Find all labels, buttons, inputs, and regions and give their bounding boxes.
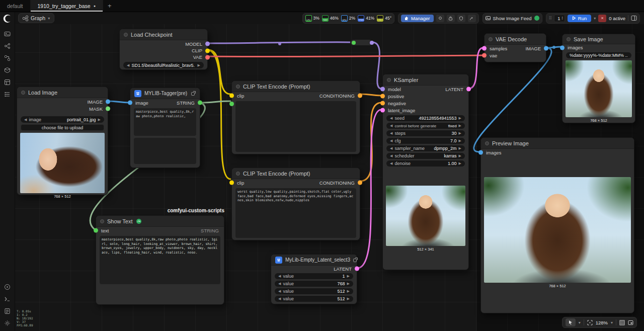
sidebar-models-icon[interactable] xyxy=(2,64,13,75)
collapse-dot-icon[interactable] xyxy=(489,37,493,41)
cfg-widget[interactable]: ◀cfg7.0▶ xyxy=(386,138,465,144)
port-mask[interactable] xyxy=(106,107,110,111)
cursor-tool-button[interactable] xyxy=(566,318,576,326)
port-vae[interactable] xyxy=(205,55,210,59)
share-button[interactable] xyxy=(468,15,476,22)
collapsed-reroute-node[interactable] xyxy=(350,39,372,46)
tagger-text-extra[interactable] xyxy=(134,138,196,164)
image-select-widget[interactable]: ◀imageportrait_01.jpg▶ xyxy=(21,116,104,123)
node-preview-image[interactable]: Preview Image images 768 × 512 xyxy=(480,137,634,313)
reroute-input-port[interactable] xyxy=(352,41,356,45)
sidebar-queue-icon[interactable] xyxy=(2,28,13,39)
choose-file-button[interactable]: choose file to upload xyxy=(21,124,104,131)
new-workflow-button[interactable]: + xyxy=(103,0,116,12)
port-text-in[interactable] xyxy=(94,228,98,233)
port-latent-out[interactable] xyxy=(466,87,471,92)
collapse-dot-icon[interactable] xyxy=(236,85,240,89)
collapse-dot-icon[interactable] xyxy=(100,219,104,223)
comfyui-logo[interactable] xyxy=(3,14,13,24)
denoise-widget[interactable]: ◀denoise1.00▶ xyxy=(386,160,465,167)
tab-active-workflow[interactable]: 1910_try_tagger_base ● xyxy=(31,0,103,12)
port-clip-in[interactable] xyxy=(229,94,234,98)
seed-widget[interactable]: ◀seed492128554941553▶ xyxy=(386,115,465,121)
port-text-in[interactable] xyxy=(229,102,234,106)
port-latent-image-in[interactable] xyxy=(380,108,385,113)
collapse-dot-icon[interactable] xyxy=(236,172,240,176)
sidebar-nodes-icon[interactable] xyxy=(2,40,13,51)
port-clip-in[interactable] xyxy=(229,181,234,185)
graph-canvas[interactable]: Load Checkpoint MODEL CLIP VAE ◀SD1.5\be… xyxy=(15,24,644,331)
port-conditioning-out[interactable] xyxy=(358,94,362,98)
value-widget-4[interactable]: ◀value512▶ xyxy=(275,296,353,302)
filename-prefix-widget[interactable]: %date:yyyy%-%date:MM% ... xyxy=(566,52,631,58)
node-clip-encode-negative[interactable]: CLIP Text Encode (Prompt) clipCONDITIONI… xyxy=(231,168,360,240)
ckpt-name-widget[interactable]: ◀SD1.5\beautifulRealistic_brav5. ...▶ xyxy=(123,62,204,68)
reroute-output-port[interactable] xyxy=(370,41,374,45)
node-vae-decode[interactable]: VAE Decode samplesIMAGE vae xyxy=(484,33,546,62)
prompt-textarea[interactable] xyxy=(235,101,356,152)
batch-count-steppers[interactable]: ▴ ▾ xyxy=(562,16,563,20)
batch-count-input[interactable]: 1 ▴ ▾ xyxy=(554,15,565,22)
grid-toggle-icon[interactable] xyxy=(619,320,625,325)
expand-icon[interactable] xyxy=(191,91,196,96)
sidebar-toggle-icon[interactable] xyxy=(631,15,637,21)
sidebar-assets-icon[interactable] xyxy=(2,76,13,88)
port-image-out[interactable] xyxy=(544,46,548,51)
run-options-chevron-icon[interactable]: ▾ xyxy=(594,16,596,21)
sidebar-settings-icon[interactable] xyxy=(2,317,13,328)
sidebar-help-icon[interactable] xyxy=(2,281,13,292)
port-images-in[interactable] xyxy=(478,150,483,155)
port-image[interactable] xyxy=(106,100,110,104)
custom-nodes-button[interactable] xyxy=(447,15,455,22)
port-model-in[interactable] xyxy=(380,87,385,92)
node-ksampler[interactable]: KSampler modelLATENT positive negative l… xyxy=(382,74,469,270)
steps-widget[interactable]: ◀steps30▶ xyxy=(386,130,465,136)
zoom-chevron-icon[interactable]: ▾ xyxy=(611,320,613,325)
collapse-dot-icon[interactable] xyxy=(387,78,391,82)
port-clip[interactable] xyxy=(205,48,210,53)
port-positive-in[interactable] xyxy=(380,94,385,99)
tab-default[interactable]: default xyxy=(0,0,31,12)
port-images-in[interactable] xyxy=(560,45,565,50)
prompt-textarea[interactable]: worst quality,low quality,painting,sketc… xyxy=(235,188,356,238)
drag-handle-icon[interactable]: ⠿ xyxy=(549,16,552,21)
collapse-dot-icon[interactable] xyxy=(485,141,489,145)
expand-icon[interactable] xyxy=(353,258,358,262)
node-save-image[interactable]: Save Image images %date:yyyy%-%date:MM% … xyxy=(562,34,635,123)
sidebar-terminal-icon[interactable] xyxy=(2,293,13,304)
port-model[interactable] xyxy=(205,42,210,46)
port-image-in[interactable] xyxy=(128,101,132,105)
fit-view-icon[interactable] xyxy=(587,320,593,325)
collapse-dot-icon[interactable] xyxy=(567,37,571,41)
node-mylib-tagger[interactable]: MYLIB-Tagger(pre) imageSTRING masterpiec… xyxy=(130,88,200,168)
sampler-widget[interactable]: ◀sampler_namedpmpp_2m▶ xyxy=(386,145,465,151)
stop-button[interactable]: × xyxy=(598,15,606,22)
status-dot-button[interactable] xyxy=(436,15,444,22)
missing-nodes-button[interactable] xyxy=(457,15,465,22)
tool-chevron-icon[interactable]: ▾ xyxy=(579,320,581,325)
sidebar-workflows-icon[interactable] xyxy=(2,52,13,63)
shown-text[interactable]: masterpiece,best quality,8k,raw photo,ph… xyxy=(100,236,220,284)
node-load-image[interactable]: Load Image IMAGE MASK ◀imageportrait_01.… xyxy=(17,87,108,195)
port-negative-in[interactable] xyxy=(380,101,385,106)
zoom-level-label[interactable]: 128% xyxy=(596,320,608,325)
run-button[interactable]: Run xyxy=(568,15,591,22)
value-widget-1[interactable]: ◀value1▶ xyxy=(275,273,353,279)
node-clip-encode-positive[interactable]: CLIP Text Encode (Prompt) clipCONDITIONI… xyxy=(231,80,360,154)
control-widget[interactable]: ◀control before generatefixed▶ xyxy=(386,123,465,129)
node-empty-latent[interactable]: MyLib-Empty_Latent_select3 LATENT ◀value… xyxy=(271,254,357,304)
node-show-text[interactable]: Show Text textSTRING masterpiece,best qu… xyxy=(96,215,224,305)
port-conditioning-out[interactable] xyxy=(358,181,362,185)
manager-button[interactable]: Manager xyxy=(401,15,434,22)
port-latent-out[interactable] xyxy=(355,267,359,271)
value-widget-3[interactable]: ◀value512▶ xyxy=(275,288,353,294)
port-samples-in[interactable] xyxy=(482,46,487,51)
tagger-text-output[interactable]: masterpiece,best quality,8k,raw photo,ph… xyxy=(134,108,196,136)
node-load-checkpoint[interactable]: Load Checkpoint MODEL CLIP VAE ◀SD1.5\be… xyxy=(119,29,208,70)
collapse-dot-icon[interactable] xyxy=(124,33,128,37)
value-widget-2[interactable]: ◀value768▶ xyxy=(275,281,353,287)
show-image-feed-toggle[interactable]: Show Image Feed xyxy=(482,13,542,24)
sidebar-logs-icon[interactable] xyxy=(2,305,13,316)
graph-breadcrumb-button[interactable]: Graph ▾ xyxy=(18,13,54,23)
collapse-dot-icon[interactable] xyxy=(21,91,25,95)
